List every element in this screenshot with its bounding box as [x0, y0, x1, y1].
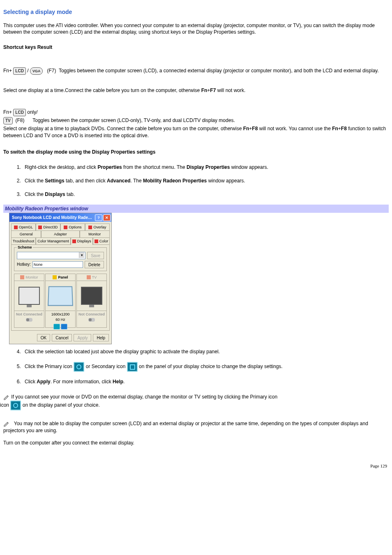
note1a: If you cannot see your movie or DVD on t… — [11, 394, 277, 400]
s1b: from the shortcut menu. The — [122, 164, 187, 170]
tab-opengl[interactable]: OpenGL — [11, 223, 36, 230]
delete-button[interactable]: Delete — [85, 261, 104, 268]
f7-note-a: Select one display at a time.Connect the… — [3, 88, 201, 93]
s3b: tab. — [65, 191, 75, 197]
panel-column: Panel 1600x1200 60 Hz — [45, 274, 76, 328]
s1-bold2: Display Properties — [187, 164, 230, 170]
tv-icon: TV — [3, 117, 13, 124]
tab-overlay-label: Overlay — [93, 225, 106, 230]
note-1: If you cannot see your movie or DVD on t… — [3, 394, 389, 410]
steps-list-continued: Click the selection tab located just abo… — [3, 348, 389, 385]
tab-monitor[interactable]: Monitor — [80, 230, 110, 237]
tab-direct3d-label: Direct3D — [43, 225, 58, 230]
tab-displays[interactable]: Displays — [71, 237, 93, 244]
fn-bold: Fn — [201, 88, 208, 93]
step-1: Right-click the desktop, and click Prope… — [22, 164, 389, 171]
tab-options[interactable]: Options — [60, 223, 85, 230]
s6a: Click — [25, 379, 37, 385]
monitor-graphic — [18, 287, 40, 305]
tv-thumb[interactable] — [76, 281, 107, 311]
steps-list: Right-click the desktop, and click Prope… — [3, 164, 389, 198]
save-button[interactable]: Save — [87, 252, 104, 259]
s6c: . — [123, 379, 125, 385]
tab-general-label: General — [20, 232, 33, 237]
toggle-icon[interactable] — [26, 318, 32, 322]
page-number: Page 129 — [3, 463, 387, 469]
s1c: window appears. — [230, 164, 268, 170]
f7-bold: F7 — [210, 88, 216, 93]
cancel-button[interactable]: Cancel — [52, 334, 72, 341]
fn-label-2: Fn+ — [3, 109, 12, 115]
fn-bold-2: Fn — [243, 126, 249, 131]
s2-bold2: Advanced — [107, 178, 130, 184]
figure-caption: Mobility Radeon Properties window — [5, 206, 88, 212]
tv-status: Not Connected — [78, 312, 105, 316]
s6-bold2: Help — [113, 379, 123, 385]
intro-paragraph: This computer uses the ATI video control… — [3, 22, 389, 36]
tab-troubleshoot[interactable]: Troubleshoot — [11, 237, 36, 244]
pencil-note-icon — [3, 421, 10, 427]
monitor-thumb[interactable] — [14, 281, 44, 311]
tv-footer: Not Connected — [76, 311, 107, 328]
page-title: Selecting a display mode — [3, 8, 389, 16]
only-slash: only/ — [27, 109, 37, 115]
f7-shortcut-row: Fn+ LCD / VGA (F7) Toggles between the c… — [3, 67, 389, 75]
plus-3: + — [338, 126, 341, 131]
apply-button[interactable]: Apply — [74, 334, 91, 341]
s2b: tab, and then click — [65, 178, 107, 184]
primary-mini-icon[interactable] — [53, 324, 60, 329]
s5c: on the panel of your display choice to c… — [138, 364, 283, 369]
hotkey-input[interactable]: None — [32, 261, 83, 268]
tab-adapter[interactable]: Adapter — [41, 230, 79, 237]
ati-icon — [14, 226, 18, 229]
monitor-status: Not Connected — [16, 312, 42, 316]
pencil-note-icon — [3, 394, 10, 401]
help-button[interactable]: Help — [93, 334, 109, 341]
tab-general[interactable]: General — [11, 230, 41, 237]
scheme-dropdown[interactable] — [17, 252, 85, 259]
fn-label: Fn+ — [3, 68, 12, 74]
f8-bold-2: F8 — [341, 126, 347, 131]
dialog-titlebar[interactable]: Sony Notebook LCD and Mobility Radeon 75… — [9, 213, 111, 222]
secondary-mini-icon[interactable] — [61, 324, 67, 329]
s5b: or Secondary icon — [84, 364, 127, 369]
panel-thumb[interactable] — [45, 281, 76, 311]
tv-tab[interactable]: TV — [76, 274, 107, 281]
fn-bold-3: Fn — [332, 126, 338, 131]
tab-color[interactable]: Color — [93, 237, 110, 244]
s1a: Right-click the desktop, and click — [25, 164, 97, 170]
f8-note-b: will not work. You cannot use the — [258, 126, 332, 131]
ati-icon — [88, 226, 92, 229]
step-4: Click the selection tab located just abo… — [22, 348, 389, 355]
panel-footer: 1600x1200 60 Hz — [45, 311, 76, 328]
ok-button[interactable]: OK — [37, 334, 50, 341]
titlebar-close-button[interactable]: ✕ — [103, 214, 111, 221]
dialog-button-row: OK Cancel Apply Help — [9, 332, 111, 344]
s1-bold1: Properties — [97, 164, 122, 170]
tab-monitor-label: Monitor — [88, 232, 101, 237]
toggle-icon[interactable] — [88, 318, 95, 322]
lcd-icon-2: LCD — [13, 109, 26, 116]
tab-opengl-label: OpenGL — [19, 225, 33, 230]
tab-color-management[interactable]: Color Management — [36, 237, 71, 244]
f8-line1: Fn+ LCD only/ — [3, 109, 389, 116]
monitor-tab[interactable]: Monitor — [14, 274, 44, 281]
corner-icon — [20, 275, 24, 279]
switch-heading: To switch the display mode using the Dis… — [3, 149, 389, 156]
f8-key-label: (F8) — [15, 117, 24, 123]
tv-graphic — [81, 287, 102, 305]
s2-bold1: Settings — [45, 178, 64, 184]
tab-overlay[interactable]: Overlay — [85, 223, 110, 230]
tab-options-label: Options — [69, 225, 81, 230]
monitor-tab-label: Monitor — [25, 275, 38, 280]
s5a: Click the Primary icon — [25, 364, 74, 369]
s6-bold1: Apply — [37, 379, 50, 385]
s2a: Click the — [25, 178, 45, 184]
panel-tab[interactable]: Panel — [45, 274, 76, 281]
primary-icon-2 — [10, 401, 21, 410]
scheme-group: Scheme Save Hotkey: None Delete — [14, 247, 107, 271]
tab-direct3d[interactable]: Direct3D — [36, 223, 60, 230]
s6b: . For more information, click — [51, 379, 113, 385]
titlebar-help-button[interactable]: ? — [95, 214, 102, 221]
s3a: Click the — [25, 191, 45, 197]
